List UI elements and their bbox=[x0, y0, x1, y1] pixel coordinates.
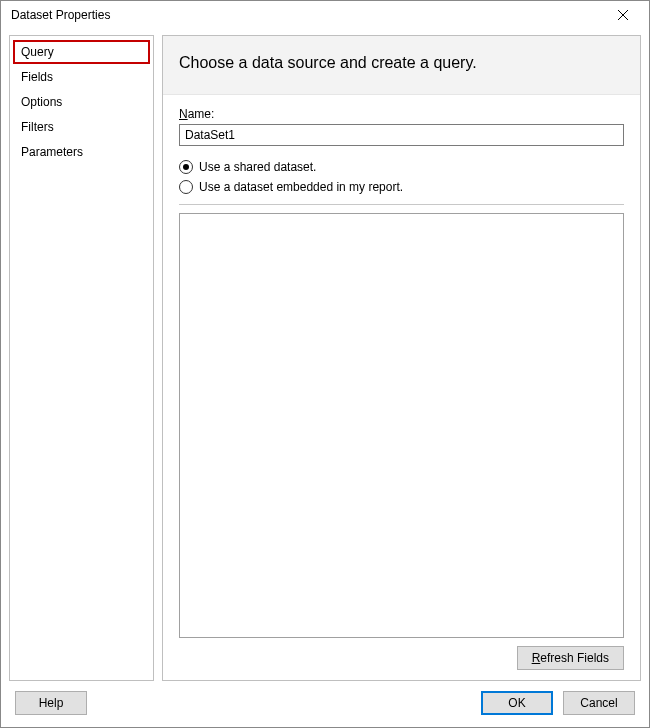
dataset-properties-dialog: Dataset Properties Query Fields Options … bbox=[0, 0, 650, 728]
dialog-body: Query Fields Options Filters Parameters … bbox=[1, 29, 649, 681]
main-content: Name: Use a shared dataset. Use a datase… bbox=[163, 95, 640, 680]
sidebar-item-options[interactable]: Options bbox=[13, 90, 150, 114]
refresh-row: Refresh Fields bbox=[179, 638, 624, 670]
sidebar-item-label: Query bbox=[21, 45, 54, 59]
divider bbox=[179, 204, 624, 205]
radio-label: Use a shared dataset. bbox=[199, 160, 316, 174]
sidebar-item-query[interactable]: Query bbox=[13, 40, 150, 64]
cancel-button[interactable]: Cancel bbox=[563, 691, 635, 715]
ok-button[interactable]: OK bbox=[481, 691, 553, 715]
sidebar-item-fields[interactable]: Fields bbox=[13, 65, 150, 89]
page-heading: Choose a data source and create a query. bbox=[163, 36, 640, 95]
dataset-mode-radio-group: Use a shared dataset. Use a dataset embe… bbox=[179, 160, 624, 194]
close-button[interactable] bbox=[605, 3, 641, 27]
refresh-fields-button[interactable]: Refresh Fields bbox=[517, 646, 624, 670]
radio-icon bbox=[179, 180, 193, 194]
footer-right: OK Cancel bbox=[481, 691, 635, 715]
main-panel: Choose a data source and create a query.… bbox=[162, 35, 641, 681]
titlebar: Dataset Properties bbox=[1, 1, 649, 29]
sidebar-item-label: Fields bbox=[21, 70, 53, 84]
radio-icon bbox=[179, 160, 193, 174]
sidebar-item-label: Parameters bbox=[21, 145, 83, 159]
name-label: Name: bbox=[179, 107, 624, 121]
sidebar-item-label: Filters bbox=[21, 120, 54, 134]
radio-label: Use a dataset embedded in my report. bbox=[199, 180, 403, 194]
dialog-footer: Help OK Cancel bbox=[1, 681, 649, 727]
sidebar-item-filters[interactable]: Filters bbox=[13, 115, 150, 139]
radio-shared-dataset[interactable]: Use a shared dataset. bbox=[179, 160, 624, 174]
close-icon bbox=[618, 10, 628, 20]
sidebar-item-parameters[interactable]: Parameters bbox=[13, 140, 150, 164]
sidebar: Query Fields Options Filters Parameters bbox=[9, 35, 154, 681]
help-button[interactable]: Help bbox=[15, 691, 87, 715]
name-input[interactable] bbox=[179, 124, 624, 146]
radio-embedded-dataset[interactable]: Use a dataset embedded in my report. bbox=[179, 180, 624, 194]
query-editor[interactable] bbox=[179, 213, 624, 638]
dialog-title: Dataset Properties bbox=[11, 8, 110, 22]
sidebar-item-label: Options bbox=[21, 95, 62, 109]
